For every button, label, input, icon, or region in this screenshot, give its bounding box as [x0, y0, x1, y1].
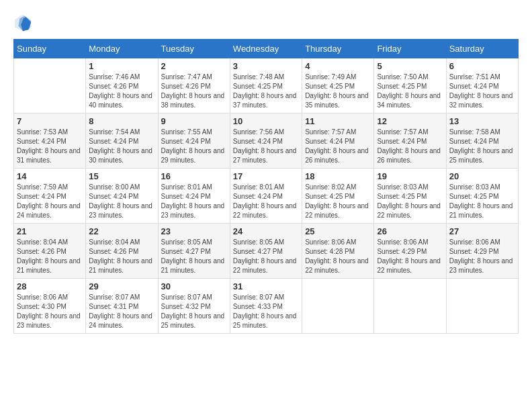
calendar-cell: 22Sunrise: 8:04 AMSunset: 4:26 PMDayligh… [86, 224, 158, 279]
calendar-cell: 5Sunrise: 7:50 AMSunset: 4:25 PMDaylight… [374, 58, 446, 113]
calendar-table: SundayMondayTuesdayWednesdayThursdayFrid… [13, 39, 519, 334]
calendar-cell [374, 279, 446, 334]
day-info: Sunrise: 8:06 AMSunset: 4:28 PMDaylight:… [305, 238, 371, 275]
day-number: 21 [17, 226, 83, 236]
weekday-header-monday: Monday [86, 40, 158, 58]
day-info: Sunrise: 7:46 AMSunset: 4:26 PMDaylight:… [89, 73, 154, 110]
calendar-cell: 19Sunrise: 8:03 AMSunset: 4:25 PMDayligh… [374, 169, 446, 224]
day-info: Sunrise: 7:47 AMSunset: 4:26 PMDaylight:… [161, 73, 227, 110]
day-info: Sunrise: 7:48 AMSunset: 4:25 PMDaylight:… [233, 73, 299, 110]
weekday-header-friday: Friday [374, 40, 446, 58]
calendar-cell: 9Sunrise: 7:55 AMSunset: 4:24 PMDaylight… [158, 113, 230, 169]
calendar-cell: 26Sunrise: 8:06 AMSunset: 4:29 PMDayligh… [374, 224, 446, 279]
day-info: Sunrise: 8:04 AMSunset: 4:26 PMDaylight:… [89, 238, 154, 275]
calendar-week-5: 28Sunrise: 8:06 AMSunset: 4:30 PMDayligh… [14, 279, 519, 334]
day-number: 25 [305, 226, 371, 236]
day-number: 3 [233, 61, 299, 71]
calendar-cell: 6Sunrise: 7:51 AMSunset: 4:24 PMDaylight… [446, 58, 518, 113]
calendar-cell: 4Sunrise: 7:49 AMSunset: 4:25 PMDaylight… [302, 58, 374, 113]
logo [13, 13, 35, 32]
calendar-cell [302, 279, 374, 334]
day-info: Sunrise: 8:00 AMSunset: 4:24 PMDaylight:… [89, 183, 154, 220]
day-info: Sunrise: 7:53 AMSunset: 4:24 PMDaylight:… [17, 128, 83, 165]
calendar-cell: 7Sunrise: 7:53 AMSunset: 4:24 PMDaylight… [14, 113, 86, 169]
calendar-cell: 14Sunrise: 7:59 AMSunset: 4:24 PMDayligh… [14, 169, 86, 224]
day-number: 12 [377, 116, 443, 126]
day-number: 4 [305, 61, 371, 71]
calendar-cell: 13Sunrise: 7:58 AMSunset: 4:24 PMDayligh… [446, 113, 518, 169]
day-info: Sunrise: 7:58 AMSunset: 4:24 PMDaylight:… [449, 128, 515, 165]
calendar-week-1: 1Sunrise: 7:46 AMSunset: 4:26 PMDaylight… [14, 58, 519, 113]
day-info: Sunrise: 7:55 AMSunset: 4:24 PMDaylight:… [161, 128, 227, 165]
day-info: Sunrise: 8:01 AMSunset: 4:24 PMDaylight:… [161, 183, 227, 220]
calendar-header-row: SundayMondayTuesdayWednesdayThursdayFrid… [14, 40, 519, 58]
day-number: 11 [305, 116, 371, 126]
weekday-header-wednesday: Wednesday [230, 40, 302, 58]
day-number: 13 [449, 116, 515, 126]
day-number: 10 [233, 116, 299, 126]
calendar-week-3: 14Sunrise: 7:59 AMSunset: 4:24 PMDayligh… [14, 169, 519, 224]
day-number: 2 [161, 61, 227, 71]
day-info: Sunrise: 8:01 AMSunset: 4:24 PMDaylight:… [233, 183, 299, 220]
weekday-header-thursday: Thursday [302, 40, 374, 58]
day-info: Sunrise: 7:49 AMSunset: 4:25 PMDaylight:… [305, 73, 371, 110]
calendar-cell: 17Sunrise: 8:01 AMSunset: 4:24 PMDayligh… [230, 169, 302, 224]
day-info: Sunrise: 8:02 AMSunset: 4:25 PMDaylight:… [305, 183, 371, 220]
day-number: 7 [17, 116, 83, 126]
day-info: Sunrise: 8:06 AMSunset: 4:29 PMDaylight:… [449, 238, 515, 275]
day-info: Sunrise: 7:57 AMSunset: 4:24 PMDaylight:… [305, 128, 371, 165]
calendar-cell: 2Sunrise: 7:47 AMSunset: 4:26 PMDaylight… [158, 58, 230, 113]
day-info: Sunrise: 8:05 AMSunset: 4:27 PMDaylight:… [161, 238, 227, 275]
day-info: Sunrise: 7:51 AMSunset: 4:24 PMDaylight:… [449, 73, 515, 110]
day-info: Sunrise: 8:05 AMSunset: 4:27 PMDaylight:… [233, 238, 299, 275]
day-number: 17 [233, 171, 299, 181]
day-number: 26 [377, 226, 443, 236]
calendar-cell [14, 58, 86, 113]
day-number: 8 [89, 116, 154, 126]
calendar-week-4: 21Sunrise: 8:04 AMSunset: 4:26 PMDayligh… [14, 224, 519, 279]
day-info: Sunrise: 7:56 AMSunset: 4:24 PMDaylight:… [233, 128, 299, 165]
calendar-cell: 28Sunrise: 8:06 AMSunset: 4:30 PMDayligh… [14, 279, 86, 334]
calendar-cell: 18Sunrise: 8:02 AMSunset: 4:25 PMDayligh… [302, 169, 374, 224]
calendar-cell: 11Sunrise: 7:57 AMSunset: 4:24 PMDayligh… [302, 113, 374, 169]
day-number: 29 [89, 281, 154, 291]
day-info: Sunrise: 8:07 AMSunset: 4:31 PMDaylight:… [89, 293, 154, 330]
calendar-cell: 24Sunrise: 8:05 AMSunset: 4:27 PMDayligh… [230, 224, 302, 279]
day-info: Sunrise: 7:57 AMSunset: 4:24 PMDaylight:… [377, 128, 443, 165]
calendar-cell: 27Sunrise: 8:06 AMSunset: 4:29 PMDayligh… [446, 224, 518, 279]
day-info: Sunrise: 8:03 AMSunset: 4:25 PMDaylight:… [377, 183, 443, 220]
day-number: 14 [17, 171, 83, 181]
day-number: 18 [305, 171, 371, 181]
calendar-cell: 20Sunrise: 8:03 AMSunset: 4:25 PMDayligh… [446, 169, 518, 224]
day-number: 31 [233, 281, 299, 291]
day-number: 22 [89, 226, 154, 236]
day-number: 1 [89, 61, 154, 71]
day-info: Sunrise: 8:06 AMSunset: 4:30 PMDaylight:… [17, 293, 83, 330]
day-info: Sunrise: 7:50 AMSunset: 4:25 PMDaylight:… [377, 73, 443, 110]
calendar-cell: 1Sunrise: 7:46 AMSunset: 4:26 PMDaylight… [86, 58, 158, 113]
weekday-header-saturday: Saturday [446, 40, 518, 58]
day-number: 27 [449, 226, 515, 236]
calendar-week-2: 7Sunrise: 7:53 AMSunset: 4:24 PMDaylight… [14, 113, 519, 169]
day-info: Sunrise: 8:04 AMSunset: 4:26 PMDaylight:… [17, 238, 83, 275]
calendar-cell: 21Sunrise: 8:04 AMSunset: 4:26 PMDayligh… [14, 224, 86, 279]
day-number: 23 [161, 226, 227, 236]
day-info: Sunrise: 8:07 AMSunset: 4:33 PMDaylight:… [233, 293, 299, 330]
calendar-cell: 31Sunrise: 8:07 AMSunset: 4:33 PMDayligh… [230, 279, 302, 334]
weekday-header-sunday: Sunday [14, 40, 86, 58]
day-number: 28 [17, 281, 83, 291]
calendar-cell: 29Sunrise: 8:07 AMSunset: 4:31 PMDayligh… [86, 279, 158, 334]
day-info: Sunrise: 8:03 AMSunset: 4:25 PMDaylight:… [449, 183, 515, 220]
day-info: Sunrise: 8:06 AMSunset: 4:29 PMDaylight:… [377, 238, 443, 275]
day-number: 9 [161, 116, 227, 126]
day-number: 5 [377, 61, 443, 71]
logo-icon [13, 13, 32, 32]
calendar-cell [446, 279, 518, 334]
calendar-cell: 12Sunrise: 7:57 AMSunset: 4:24 PMDayligh… [374, 113, 446, 169]
weekday-header-tuesday: Tuesday [158, 40, 230, 58]
calendar-cell: 16Sunrise: 8:01 AMSunset: 4:24 PMDayligh… [158, 169, 230, 224]
calendar-cell: 3Sunrise: 7:48 AMSunset: 4:25 PMDaylight… [230, 58, 302, 113]
day-number: 15 [89, 171, 154, 181]
day-info: Sunrise: 7:54 AMSunset: 4:24 PMDaylight:… [89, 128, 154, 165]
day-number: 6 [449, 61, 515, 71]
